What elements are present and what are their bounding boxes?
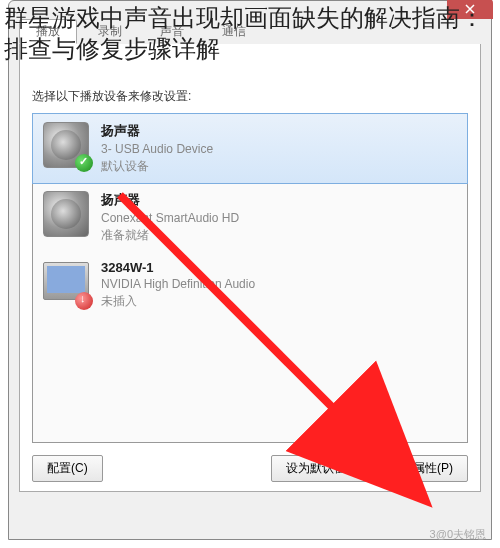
watermark-text: 3@0夫铭恩 <box>430 527 486 542</box>
instruction-text: 选择以下播放设备来修改设置: <box>32 88 468 105</box>
status-default-icon <box>75 154 93 172</box>
speaker-icon <box>43 122 89 168</box>
tab-body: 选择以下播放设备来修改设置: 扬声器 3- USB Audio Device 默… <box>19 44 481 492</box>
device-info: 扬声器 Conexant SmartAudio HD 准备就绪 <box>101 191 457 244</box>
properties-button[interactable]: 属性(P) <box>398 455 468 482</box>
buttons-row: 配置(C) 设为默认值(S)▼ 属性(P) <box>32 455 468 482</box>
device-status: 准备就绪 <box>101 227 457 244</box>
device-desc: Conexant SmartAudio HD <box>101 211 457 225</box>
device-item[interactable]: 扬声器 3- USB Audio Device 默认设备 <box>32 113 468 184</box>
status-unplugged-icon <box>75 292 93 310</box>
set-default-button[interactable]: 设为默认值(S)▼ <box>271 455 390 482</box>
button-label: 设为默认值(S) <box>286 461 362 475</box>
device-name: 3284W-1 <box>101 260 457 275</box>
device-desc: 3- USB Audio Device <box>101 142 457 156</box>
device-list[interactable]: 扬声器 3- USB Audio Device 默认设备 扬声器 Conexan… <box>32 113 468 443</box>
device-status: 默认设备 <box>101 158 457 175</box>
device-item[interactable]: 3284W-1 NVIDIA High Definition Audio 未插入 <box>33 252 467 318</box>
chevron-down-icon: ▼ <box>366 464 375 474</box>
sound-dialog-window: 播放 录制 声音 通信 选择以下播放设备来修改设置: 扬声器 3- USB Au… <box>8 0 492 540</box>
device-info: 扬声器 3- USB Audio Device 默认设备 <box>101 122 457 175</box>
speaker-icon <box>43 191 89 237</box>
device-desc: NVIDIA High Definition Audio <box>101 277 457 291</box>
device-name: 扬声器 <box>101 191 457 209</box>
device-status: 未插入 <box>101 293 457 310</box>
monitor-icon <box>43 260 89 306</box>
device-item[interactable]: 扬声器 Conexant SmartAudio HD 准备就绪 <box>33 183 467 252</box>
device-name: 扬声器 <box>101 122 457 140</box>
article-title: 群星游戏中声音出现却画面缺失的解决指南：排查与修复步骤详解 <box>0 0 500 66</box>
configure-button[interactable]: 配置(C) <box>32 455 103 482</box>
device-info: 3284W-1 NVIDIA High Definition Audio 未插入 <box>101 260 457 310</box>
